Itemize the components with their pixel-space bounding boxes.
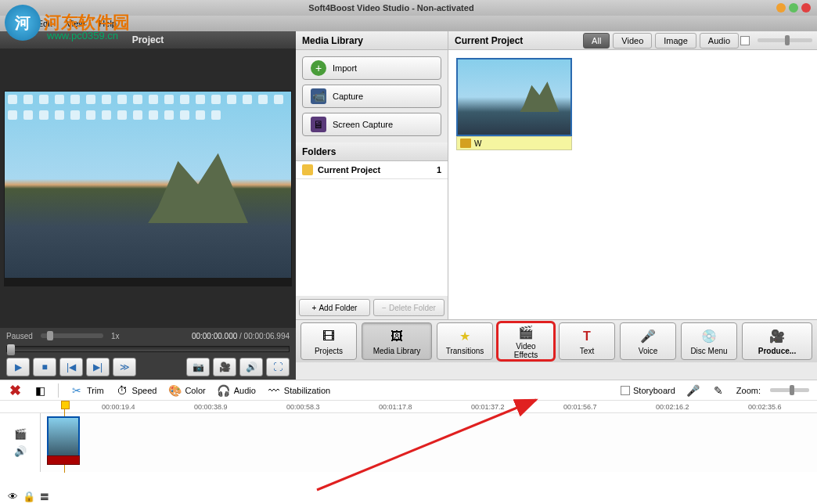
menu-edit[interactable]: Edit: [31, 17, 59, 30]
tab-produce[interactable]: 🎥 Produce...: [742, 322, 812, 360]
effects-icon: 🎬: [517, 323, 534, 340]
thumbnail-image: [456, 58, 572, 136]
folder-count: 1: [437, 165, 441, 175]
minus-small-icon: −: [382, 304, 387, 312]
tab-video-effects[interactable]: 🎬 Video Effects: [498, 322, 554, 360]
menu-help[interactable]: Help: [92, 17, 123, 30]
speed-slider[interactable]: [41, 333, 103, 338]
total-time: 00:00:06.994: [244, 332, 290, 340]
timeline-ruler[interactable]: 00:00:19.4 00:00:38.9 00:00:58.3 00:01:1…: [0, 400, 817, 412]
timeline-clip[interactable]: [47, 416, 80, 457]
storyboard-checkbox[interactable]: [621, 386, 630, 395]
tab-disc-menu[interactable]: 💿 Disc Menu: [681, 322, 737, 360]
capture-button[interactable]: 📹 Capture: [302, 85, 441, 108]
tab-transitions[interactable]: ★ Transitions: [437, 322, 493, 360]
maximize-button[interactable]: [789, 3, 798, 13]
menu-file[interactable]: File: [3, 17, 30, 30]
screen-capture-button[interactable]: 🖥 Screen Capture: [302, 113, 441, 136]
import-button[interactable]: + Import: [302, 56, 441, 80]
add-folder-button[interactable]: + Add Folder: [299, 299, 370, 316]
gauge-icon: ⏱: [115, 383, 129, 398]
preview-status: Paused: [6, 332, 33, 340]
import-label: Import: [333, 63, 357, 73]
plus-icon: +: [311, 60, 326, 76]
audio-track-icon[interactable]: 🔊: [13, 445, 28, 459]
preview-title: Project: [0, 31, 296, 49]
tool-stabilization[interactable]: 〰 Stabilization: [267, 383, 330, 398]
palette-icon: 🎨: [167, 383, 182, 398]
filter-all[interactable]: All: [583, 33, 610, 49]
preview-canvas[interactable]: [0, 49, 296, 328]
tool-speed[interactable]: ⏱ Speed: [115, 383, 157, 398]
video-type-icon: [460, 139, 471, 148]
crop-icon: ◧: [33, 383, 47, 398]
headphones-icon: 🎧: [217, 383, 231, 398]
media-thumbnail[interactable]: W: [456, 58, 572, 311]
screen-capture-label: Screen Capture: [333, 120, 393, 129]
scrub-slider[interactable]: [6, 346, 290, 352]
plus-small-icon: +: [312, 304, 317, 312]
ruler-end-icon[interactable]: 𝌆: [40, 491, 49, 502]
tool-delete[interactable]: ✖: [8, 383, 22, 398]
time-separator: /: [239, 332, 242, 340]
lock-icon[interactable]: 🔒: [23, 491, 35, 502]
prev-button[interactable]: |◀: [59, 358, 83, 376]
produce-icon: 🎥: [768, 328, 786, 345]
scissors-icon: ✂: [70, 383, 84, 398]
tool-trim[interactable]: ✂ Trim: [70, 383, 104, 398]
tool-crop[interactable]: ◧: [33, 383, 47, 398]
star-icon: ★: [456, 328, 473, 345]
speed-value: 1x: [111, 332, 120, 340]
tab-text[interactable]: T Text: [559, 322, 615, 360]
zoom-label: Zoom:: [736, 386, 761, 395]
x-icon: ✖: [8, 383, 22, 398]
pencil-icon[interactable]: ✎: [711, 383, 725, 398]
current-time: 00:00:00.000: [192, 332, 237, 340]
preview-video-frame: [4, 91, 292, 286]
tool-color[interactable]: 🎨 Color: [167, 383, 205, 398]
text-icon: T: [578, 328, 596, 345]
folder-name: Current Project: [318, 165, 380, 175]
tool-audio[interactable]: 🎧 Audio: [217, 383, 256, 398]
film-track-icon[interactable]: 🎬: [13, 427, 28, 441]
volume-button[interactable]: 🔊: [239, 358, 263, 376]
window-title: Soft4Boost Video Studio - Non-activated: [6, 3, 776, 13]
folder-item[interactable]: Current Project 1: [296, 161, 448, 179]
filter-image[interactable]: Image: [655, 33, 696, 49]
camera-icon: 📹: [311, 88, 326, 104]
thumbnail-zoom-slider[interactable]: [758, 38, 812, 42]
filter-video[interactable]: Video: [613, 33, 652, 49]
menu-view[interactable]: View: [60, 17, 92, 30]
projects-icon: 🎞: [320, 328, 337, 345]
thumb-checkbox[interactable]: [740, 36, 750, 45]
folder-icon: [302, 164, 313, 175]
monitor-icon: 🖥: [311, 117, 326, 132]
disc-icon: 💿: [700, 328, 718, 345]
media-library-title: Media Library: [296, 31, 448, 50]
microphone-icon: 🎤: [639, 328, 657, 345]
eye-icon[interactable]: 👁: [8, 491, 18, 502]
next-button[interactable]: ▶|: [86, 358, 110, 376]
waves-icon: 〰: [267, 383, 281, 398]
capture-label: Capture: [333, 92, 363, 101]
fast-forward-button[interactable]: ≫: [113, 358, 136, 376]
tab-voice[interactable]: 🎤 Voice: [620, 322, 676, 360]
delete-folder-button[interactable]: − Delete Folder: [373, 299, 444, 316]
close-button[interactable]: [801, 3, 811, 13]
stop-button[interactable]: ■: [33, 358, 56, 376]
timeline-tracks[interactable]: [41, 413, 817, 472]
fullscreen-button[interactable]: ⛶: [266, 358, 290, 376]
mic-small-icon[interactable]: 🎤: [686, 383, 700, 398]
camera-button[interactable]: 🎥: [213, 358, 236, 376]
tab-projects[interactable]: 🎞 Projects: [301, 322, 357, 360]
current-project-title: Current Project: [448, 35, 580, 46]
minimize-button[interactable]: [776, 3, 786, 13]
filter-audio[interactable]: Audio: [700, 33, 739, 49]
snapshot-button[interactable]: 📷: [186, 358, 210, 376]
tool-storyboard[interactable]: Storyboard: [621, 386, 675, 395]
play-button[interactable]: ▶: [6, 358, 30, 376]
library-icon: 🖼: [388, 328, 405, 345]
tab-media-library[interactable]: 🖼 Media Library: [362, 322, 432, 360]
timeline-zoom-slider[interactable]: [770, 388, 809, 392]
folders-title: Folders: [296, 142, 448, 161]
